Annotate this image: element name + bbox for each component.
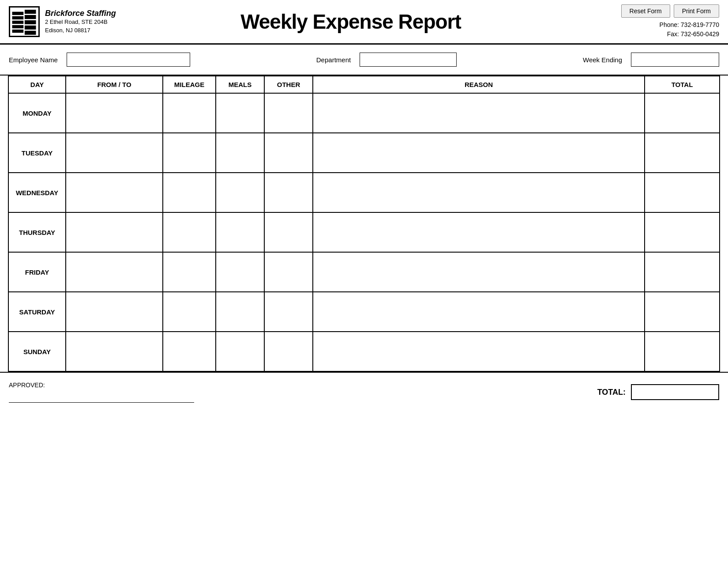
mileage-input-2[interactable]: [163, 173, 215, 212]
from-to-input-3[interactable]: [66, 213, 162, 252]
row-total-cell-3[interactable]: [645, 212, 720, 252]
from-to-cell-6[interactable]: [66, 332, 163, 371]
mileage-input-0[interactable]: [163, 94, 215, 132]
row-total-cell-1[interactable]: [645, 133, 720, 173]
svg-rect-3: [12, 25, 24, 28]
other-input-3[interactable]: [265, 213, 312, 252]
svg-rect-1: [12, 16, 24, 19]
row-total-cell-5[interactable]: [645, 292, 720, 332]
mileage-input-6[interactable]: [163, 332, 215, 371]
row-total-input-4[interactable]: [645, 253, 719, 291]
other-cell-4[interactable]: [264, 252, 313, 292]
mileage-cell-0[interactable]: [163, 93, 216, 133]
reason-input-0[interactable]: [313, 94, 644, 132]
other-cell-2[interactable]: [264, 173, 313, 212]
row-total-cell-6[interactable]: [645, 332, 720, 371]
mileage-cell-3[interactable]: [163, 212, 216, 252]
from-to-cell-4[interactable]: [66, 252, 163, 292]
approved-label: APPROVED:: [9, 382, 212, 389]
other-input-4[interactable]: [265, 253, 312, 291]
week-ending-input[interactable]: [631, 53, 719, 67]
mileage-cell-1[interactable]: [163, 133, 216, 173]
row-total-input-0[interactable]: [645, 94, 719, 132]
other-cell-1[interactable]: [264, 133, 313, 173]
total-input[interactable]: [631, 384, 719, 400]
reason-input-3[interactable]: [313, 213, 644, 252]
reason-cell-5[interactable]: [313, 292, 645, 332]
reason-cell-4[interactable]: [313, 252, 645, 292]
reason-cell-0[interactable]: [313, 93, 645, 133]
row-total-input-3[interactable]: [645, 213, 719, 252]
meals-input-0[interactable]: [216, 94, 264, 132]
mileage-cell-5[interactable]: [163, 292, 216, 332]
table-row: THURSDAY: [8, 212, 720, 252]
col-header-total: TOTAL: [645, 76, 720, 93]
department-label: Department: [316, 56, 351, 64]
from-to-input-5[interactable]: [66, 292, 162, 331]
meals-input-3[interactable]: [216, 213, 264, 252]
from-to-cell-5[interactable]: [66, 292, 163, 332]
employee-name-input[interactable]: [67, 53, 190, 67]
mileage-input-1[interactable]: [163, 133, 215, 172]
department-input[interactable]: [360, 53, 457, 67]
mileage-input-5[interactable]: [163, 292, 215, 331]
mileage-cell-4[interactable]: [163, 252, 216, 292]
row-total-cell-2[interactable]: [645, 173, 720, 212]
reason-input-4[interactable]: [313, 253, 644, 291]
row-total-input-6[interactable]: [645, 332, 719, 371]
reason-input-6[interactable]: [313, 332, 644, 371]
svg-rect-5: [25, 10, 36, 14]
meals-cell-3[interactable]: [216, 212, 264, 252]
row-total-cell-0[interactable]: [645, 93, 720, 133]
mileage-input-4[interactable]: [163, 253, 215, 291]
other-input-5[interactable]: [265, 292, 312, 331]
other-input-6[interactable]: [265, 332, 312, 371]
print-form-button[interactable]: Print Form: [674, 4, 719, 18]
reason-cell-6[interactable]: [313, 332, 645, 371]
from-to-input-2[interactable]: [66, 173, 162, 212]
employee-name-label: Employee Name: [9, 56, 58, 64]
reason-input-2[interactable]: [313, 173, 644, 212]
reason-cell-2[interactable]: [313, 173, 645, 212]
reason-input-1[interactable]: [313, 133, 644, 172]
reason-input-5[interactable]: [313, 292, 644, 331]
reason-cell-1[interactable]: [313, 133, 645, 173]
meals-cell-5[interactable]: [216, 292, 264, 332]
mileage-input-3[interactable]: [163, 213, 215, 252]
company-address-line2: Edison, NJ 08817: [45, 26, 116, 34]
day-cell-thursday: THURSDAY: [8, 212, 66, 252]
other-cell-0[interactable]: [264, 93, 313, 133]
meals-input-2[interactable]: [216, 173, 264, 212]
from-to-cell-3[interactable]: [66, 212, 163, 252]
row-total-cell-4[interactable]: [645, 252, 720, 292]
meals-input-4[interactable]: [216, 253, 264, 291]
other-cell-5[interactable]: [264, 292, 313, 332]
meals-cell-1[interactable]: [216, 133, 264, 173]
meals-cell-2[interactable]: [216, 173, 264, 212]
row-total-input-1[interactable]: [645, 133, 719, 172]
meals-input-5[interactable]: [216, 292, 264, 331]
mileage-cell-6[interactable]: [163, 332, 216, 371]
from-to-cell-0[interactable]: [66, 93, 163, 133]
other-input-1[interactable]: [265, 133, 312, 172]
row-total-input-2[interactable]: [645, 173, 719, 212]
from-to-cell-1[interactable]: [66, 133, 163, 173]
mileage-cell-2[interactable]: [163, 173, 216, 212]
other-input-0[interactable]: [265, 94, 312, 132]
row-total-input-5[interactable]: [645, 292, 719, 331]
from-to-cell-2[interactable]: [66, 173, 163, 212]
meals-cell-4[interactable]: [216, 252, 264, 292]
from-to-input-1[interactable]: [66, 133, 162, 172]
from-to-input-0[interactable]: [66, 94, 162, 132]
other-cell-3[interactable]: [264, 212, 313, 252]
meals-input-1[interactable]: [216, 133, 264, 172]
other-input-2[interactable]: [265, 173, 312, 212]
reset-form-button[interactable]: Reset Form: [621, 4, 670, 18]
reason-cell-3[interactable]: [313, 212, 645, 252]
meals-input-6[interactable]: [216, 332, 264, 371]
meals-cell-6[interactable]: [216, 332, 264, 371]
from-to-input-6[interactable]: [66, 332, 162, 371]
other-cell-6[interactable]: [264, 332, 313, 371]
from-to-input-4[interactable]: [66, 253, 162, 291]
meals-cell-0[interactable]: [216, 93, 264, 133]
